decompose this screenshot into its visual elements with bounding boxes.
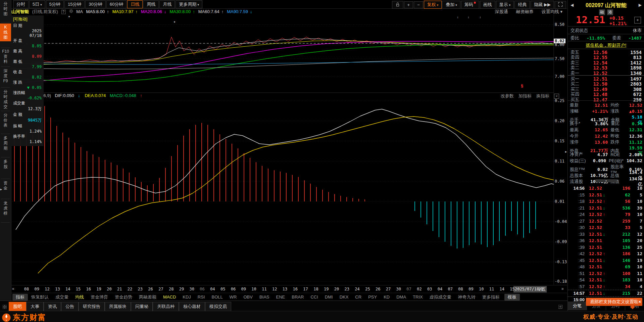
- sidebar-item-分价表[interactable]: 分价表: [0, 113, 11, 128]
- indicator-DMA[interactable]: DMA: [393, 294, 409, 300]
- sidebar-item-深度F9[interactable]: 深度F9: [0, 68, 11, 84]
- scroll-left-icon[interactable]: «: [12, 286, 14, 291]
- bid-price: 12.51: [583, 76, 607, 82]
- period-button-月线[interactable]: 月线: [159, 0, 175, 8]
- close-icon[interactable]: ×: [554, 94, 559, 99]
- indicator-模板[interactable]: 模板: [504, 294, 520, 301]
- tool-button-画线[interactable]: 画线: [480, 1, 495, 9]
- nav-tab-所属板块[interactable]: 所属板块: [105, 302, 131, 311]
- nav-tab-股吧[interactable]: 股吧: [9, 302, 26, 311]
- indicator-恢复默认[interactable]: 恢复默认: [28, 294, 52, 301]
- nav-tab-研究报告[interactable]: 研究报告: [79, 302, 105, 311]
- open-account-link[interactable]: 抓住机会，即刻开户!: [568, 42, 644, 48]
- collapse-stats-button[interactable]: ▴: [595, 179, 617, 182]
- tool-button-叠加[interactable]: 叠加▾: [442, 1, 460, 9]
- period-button-15分钟[interactable]: 15分钟: [64, 0, 85, 8]
- help-icon[interactable]: ?: [61, 10, 66, 14]
- nav-tab-大事[interactable]: 大事: [26, 302, 44, 311]
- tick-time: :18: [570, 199, 585, 204]
- macd-control-改参数[interactable]: 改参数: [501, 93, 514, 98]
- data-tooltip[interactable]: [可拖动] 日 期202507/18开 盘8.05最 高8.09最 低7.99收…: [11, 15, 44, 146]
- indicator-成交量[interactable]: 成交量: [52, 294, 72, 301]
- period-button-日线[interactable]: 日线: [127, 0, 143, 8]
- layout-grid-icon[interactable]: [3, 304, 7, 310]
- tool-button-−[interactable]: −: [414, 1, 423, 8]
- sidebar-item-分时图[interactable]: 分时图: [0, 1, 11, 16]
- indicator-BRAR[interactable]: BRAR: [288, 294, 307, 300]
- date-label: 19: [324, 287, 329, 291]
- period-button-分时[interactable]: 分时: [13, 0, 29, 8]
- tool-button-经典[interactable]: 经典: [514, 1, 530, 9]
- kline-macd-chart[interactable]: **↓↓↓§: [11, 15, 567, 285]
- period-button-更多周期[interactable]: 更多周期▾: [176, 0, 202, 8]
- ask-price: 12.53: [583, 65, 607, 71]
- indicator-均线[interactable]: 均线: [72, 294, 87, 301]
- macd-control-换指标[interactable]: 换指标: [536, 93, 549, 98]
- indicator-指标[interactable]: 指标: [12, 294, 28, 301]
- date-label: 08: [24, 287, 29, 291]
- indicator-DMI[interactable]: DMI: [321, 294, 336, 300]
- sidebar-item-多股[interactable]: 多股: [0, 159, 11, 169]
- indicator-虚拟成交量[interactable]: 虚拟成交量: [426, 294, 455, 301]
- indicator-BIAS[interactable]: BIAS: [256, 294, 273, 300]
- period-button-5分钟[interactable]: 5分钟: [46, 0, 64, 8]
- sidebar-item-K线图[interactable]: K线图: [0, 24, 11, 41]
- tool-button-筹码[interactable]: 筹码: [461, 1, 479, 9]
- nav-tab-核心题材[interactable]: 核心题材: [179, 302, 205, 311]
- nav-tab-公告[interactable]: 公告: [61, 302, 79, 311]
- fullscreen-icon[interactable]: [555, 1, 566, 9]
- indicator-CR[interactable]: CR: [352, 294, 365, 300]
- nav-tab-问董秘[interactable]: 问董秘: [131, 302, 153, 311]
- indicator-KDJ[interactable]: KDJ: [179, 294, 194, 300]
- sidebar-collapse-handle[interactable]: ▸: [0, 187, 2, 191]
- indicator-两融差额[interactable]: 两融差额: [136, 294, 160, 301]
- indicator-KD[interactable]: KD: [380, 294, 393, 300]
- add-panel-icon[interactable]: [558, 304, 562, 310]
- tool-button-显示[interactable]: 显示▾: [496, 1, 514, 9]
- indicator-RSI[interactable]: RSI: [194, 294, 208, 300]
- toast-close-icon[interactable]: ×: [638, 298, 641, 306]
- tick-count: 39: [630, 205, 642, 211]
- indicator-BOLL[interactable]: BOLL: [208, 294, 226, 300]
- period-button-60分钟[interactable]: 60分钟: [106, 0, 127, 8]
- info-link-深股通[interactable]: 深股通: [495, 9, 508, 14]
- sidebar-item-龙虎榜[interactable]: 龙虎榜: [0, 201, 11, 216]
- scroll-right-icon[interactable]: »: [561, 286, 564, 291]
- next-stock-icon[interactable]: ▶: [639, 3, 642, 7]
- info-link-设置均线 ▾[interactable]: 设置均线 ▾: [542, 9, 562, 14]
- indicator-MACD[interactable]: MACD: [160, 294, 179, 300]
- indicator-神奇九转[interactable]: 神奇九转: [455, 294, 479, 301]
- indicator-资金博弈[interactable]: 资金博弈: [87, 294, 111, 301]
- macd-control-加指标[interactable]: 加指标: [518, 93, 532, 98]
- gear-icon[interactable]: [69, 9, 73, 14]
- nav-tab-资讯[interactable]: 资讯: [44, 302, 61, 311]
- indicator-TRIX[interactable]: TRIX: [409, 294, 426, 300]
- tick-price: 12.52: [585, 186, 602, 191]
- sidebar-item-分时成交[interactable]: 分时成交: [0, 89, 11, 109]
- add-watchlist-button[interactable]: +: [634, 17, 641, 24]
- indicator-更多指标[interactable]: 更多指标: [479, 294, 503, 301]
- panel-tab-分笔[interactable]: 分笔: [568, 302, 587, 310]
- indicator-DKX[interactable]: DKX: [336, 294, 352, 300]
- indicator-资金趋势[interactable]: 资金趋势: [111, 294, 136, 301]
- panel-collapse-handle[interactable]: ▸: [565, 150, 567, 153]
- period-button-周线[interactable]: 周线: [143, 0, 159, 8]
- tool-button-+[interactable]: +: [404, 1, 413, 8]
- indicator-WR[interactable]: WR: [226, 294, 240, 300]
- tool-button-复权[interactable]: 复权▾: [424, 1, 442, 9]
- indicator-ENE[interactable]: ENE: [273, 294, 289, 300]
- indicator-OBV[interactable]: OBV: [240, 294, 256, 300]
- indicator-PSY[interactable]: PSY: [365, 294, 380, 300]
- unlock-icon[interactable]: [392, 1, 403, 9]
- tool-button-隐藏 ▶▶[interactable]: 隐藏 ▶▶: [531, 1, 554, 9]
- sidebar-item-多周期[interactable]: 多周期: [0, 136, 11, 151]
- sidebar-item-F10资料[interactable]: F10资料: [0, 49, 11, 64]
- macd-axis-label: 0.11: [555, 159, 567, 164]
- tooltip-field-value: 1.24%: [13, 129, 42, 134]
- indicator-CCI[interactable]: CCI: [307, 294, 321, 300]
- period-button-30分钟[interactable]: 30分钟: [85, 0, 105, 8]
- period-button-5日[interactable]: 5日▾: [29, 0, 45, 8]
- nav-tab-关联品种[interactable]: 关联品种: [153, 302, 179, 311]
- nav-tab-模拟交易[interactable]: 模拟交易: [205, 302, 231, 311]
- info-link-融资融券[interactable]: 融资融券: [516, 9, 534, 14]
